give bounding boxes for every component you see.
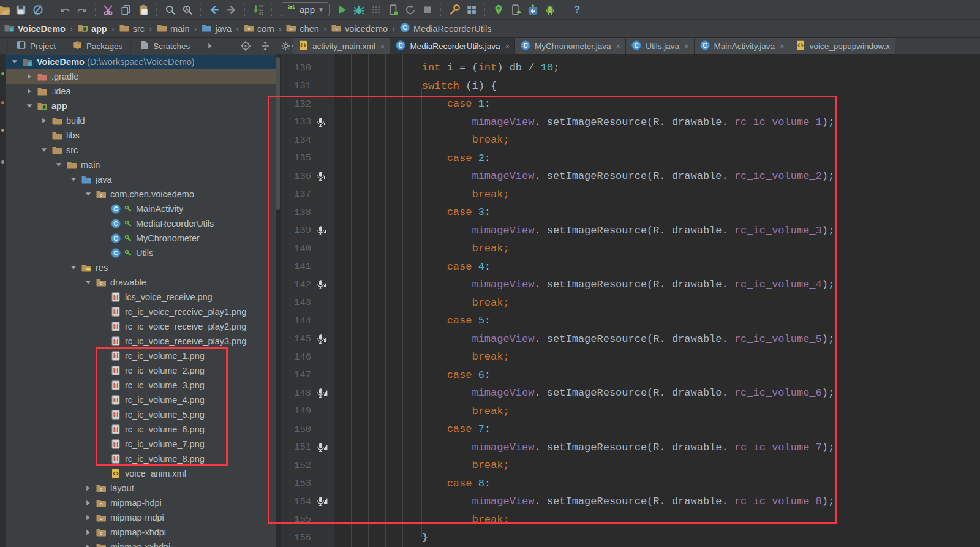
chevron-expanded-icon[interactable] [54, 160, 64, 169]
find-icon[interactable] [163, 2, 178, 17]
code-editor[interactable]: 1301311321331341351361371381391401411421… [281, 54, 980, 547]
editor-tab-MediaRecorderUtils.java[interactable]: CMediaRecorderUtils.java× [390, 38, 515, 54]
gutter-line[interactable]: 132 [281, 95, 334, 113]
panel-tab-project[interactable]: Project [7, 38, 64, 54]
tree-row[interactable]: drawable [6, 275, 276, 290]
gutter-line[interactable]: 154 [281, 492, 334, 511]
chevron-collapsed-icon[interactable] [39, 116, 49, 125]
gutter-line[interactable]: 134 [281, 131, 334, 149]
tree-row[interactable]: res [6, 260, 276, 275]
close-icon[interactable]: × [505, 42, 510, 51]
chevron-collapsed-icon[interactable] [83, 528, 93, 537]
avd-manager-icon[interactable] [491, 2, 506, 17]
run-config-select[interactable]: app▼ [281, 2, 330, 17]
breadcrumb-item-mediarecorderutils[interactable]: CMediaRecorderUtils [399, 22, 491, 35]
forward-icon[interactable] [224, 2, 239, 17]
editor-tab-voice_popupwindow.x[interactable]: voice_popupwindow.x [790, 38, 895, 54]
chevron-expanded-icon[interactable] [83, 190, 93, 198]
breadcrumb-item-app[interactable]: app [77, 22, 107, 35]
tree-row[interactable]: main [6, 157, 276, 172]
gutter-line[interactable]: 141 [281, 258, 334, 276]
undo-icon[interactable] [58, 2, 72, 17]
chevron-collapsed-icon[interactable] [24, 87, 34, 96]
close-icon[interactable]: × [616, 42, 621, 51]
tree-row[interactable]: rc_ic_volume_4.png [6, 393, 276, 407]
android-monitor-icon[interactable] [543, 2, 557, 17]
editor-tab-activity_main.xml[interactable]: activity_main.xml× [293, 38, 390, 54]
help-button[interactable]: ? [570, 2, 584, 17]
chevron-collapsed-icon[interactable] [83, 513, 93, 522]
tree-row[interactable]: rc_ic_volume_5.png [6, 407, 276, 422]
tree-row[interactable]: rc_ic_voice_receive_play2.png [6, 319, 276, 334]
breadcrumb-item-voicedemo[interactable]: voicedemo [331, 22, 388, 35]
breadcrumb-item-voicedemo[interactable]: VoiceDemo [4, 22, 66, 35]
breadcrumb-item-src[interactable]: src [119, 22, 145, 35]
close-icon[interactable]: × [684, 42, 689, 51]
chevron-expanded-icon[interactable] [69, 175, 78, 184]
tree-row[interactable]: src [6, 143, 276, 157]
tree-row[interactable]: app [6, 99, 276, 113]
tree-row[interactable]: rc_ic_volume_7.png [6, 437, 276, 451]
breadcrumb-item-java[interactable]: java [201, 22, 232, 35]
gutter-line[interactable]: 143 [281, 294, 334, 312]
chevron-expanded-icon[interactable] [83, 278, 93, 287]
gutter-line[interactable]: 146 [281, 348, 334, 366]
tree-row[interactable]: .idea [6, 84, 276, 99]
compare-icon[interactable]: 011001 [251, 2, 266, 17]
tree-row[interactable]: VoiceDemo (D:\workspace\VoiceDemo) [6, 55, 276, 69]
gradle-sync-icon[interactable] [464, 2, 479, 17]
gutter-line[interactable]: 142 [281, 276, 334, 294]
debug-icon[interactable] [352, 2, 366, 17]
tree-row[interactable]: mipmap-hdpi [6, 496, 276, 510]
code-area[interactable]: int i = (int) db / 10; switch (i) { case… [334, 54, 980, 547]
panel-tab-scratches[interactable]: Scratches [131, 38, 198, 54]
gutter-line[interactable]: 137 [281, 186, 334, 204]
cut-icon[interactable] [102, 2, 116, 17]
gutter-line[interactable]: 153 [281, 475, 334, 493]
tree-row[interactable]: rc_ic_volume_1.png [6, 349, 276, 363]
tree-row[interactable]: rc_ic_volume_2.png [6, 363, 276, 378]
chevron-expanded-icon[interactable] [24, 102, 34, 110]
tree-row[interactable]: voice_anim.xml [6, 466, 276, 481]
tree-row[interactable]: mipmap-mdpi [6, 510, 276, 525]
tree-row[interactable]: lcs_voice_receive.png [6, 290, 276, 304]
close-icon[interactable]: × [380, 42, 385, 51]
gutter-line[interactable]: 130 [281, 59, 334, 77]
gutter-line[interactable]: 136 [281, 167, 334, 186]
tree-row[interactable]: rc_ic_volume_3.png [6, 378, 276, 393]
sdk-manager-icon[interactable] [526, 2, 540, 17]
close-icon[interactable]: × [780, 42, 785, 51]
gutter-line[interactable]: 150 [281, 420, 334, 439]
gutter-line[interactable]: 155 [281, 511, 334, 529]
gutter-line[interactable]: 139 [281, 222, 334, 240]
chevron-collapsed-icon[interactable] [83, 484, 93, 492]
open-icon[interactable] [0, 2, 11, 17]
paste-icon[interactable] [136, 2, 151, 17]
tree-scrollbar-thumb[interactable] [276, 57, 280, 210]
tree-row[interactable]: layout [6, 481, 276, 496]
tree-row[interactable]: .gradle [6, 69, 276, 84]
gutter-line[interactable]: 135 [281, 149, 334, 168]
sync-icon[interactable] [31, 2, 45, 17]
tree-row[interactable]: com.chen.voicedemo [6, 187, 276, 202]
coverage-icon[interactable] [369, 2, 383, 17]
tree-row[interactable]: rc_ic_voice_receive_play3.png [6, 334, 276, 349]
gutter-line[interactable]: 138 [281, 203, 334, 222]
gutter-line[interactable]: 156 [281, 529, 334, 547]
chevron-expanded-icon[interactable] [69, 263, 78, 272]
chevron-expanded-icon[interactable] [39, 146, 49, 154]
gutter-line[interactable]: 145 [281, 330, 334, 349]
chevron-collapsed-icon[interactable] [83, 543, 93, 547]
tree-row[interactable]: rc_ic_volume_6.png [6, 422, 276, 437]
editor-tab-Utils.java[interactable]: CUtils.java× [626, 38, 694, 54]
profiler-icon[interactable] [386, 2, 401, 17]
tree-row[interactable]: CUtils [6, 246, 276, 260]
collapse-all-icon[interactable] [258, 39, 272, 53]
panel-tab-packages[interactable]: Packages [64, 38, 131, 54]
wrench-icon[interactable] [447, 2, 462, 17]
gutter-line[interactable]: 147 [281, 366, 334, 385]
breadcrumb-item-com[interactable]: com [243, 22, 274, 35]
stop-icon[interactable] [420, 2, 435, 17]
tree-row[interactable]: CMyChronometer [6, 231, 276, 246]
chevron-collapsed-icon[interactable] [83, 499, 93, 507]
